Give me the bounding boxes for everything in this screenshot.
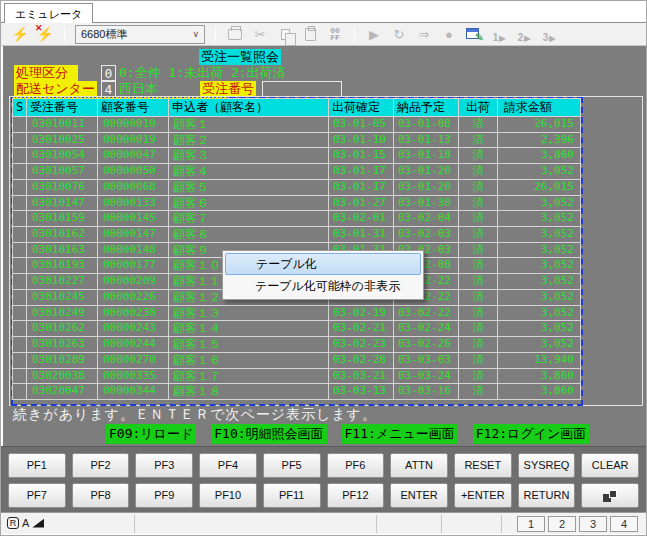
screens-icon	[603, 490, 617, 502]
key-pf4[interactable]: PF4	[199, 453, 257, 478]
screens-button[interactable]	[581, 483, 639, 508]
table-cell: 03-01-05	[328, 116, 394, 133]
table-cell: 済	[458, 226, 498, 243]
shori-kubun-input[interactable]: 0	[101, 65, 116, 81]
key-return[interactable]: RETURN	[518, 483, 576, 508]
table-row[interactable]: 0301015900000145顧客７03-02-0103-02-04済3,05…	[13, 211, 581, 227]
table-cell: 03010193	[26, 257, 98, 274]
table-cell: 03-02-24	[393, 320, 459, 337]
status-icons: R A	[7, 517, 44, 529]
table-cell: 03-02-26	[393, 336, 459, 353]
table-header-cell: 顧客番号	[97, 98, 169, 117]
session-page-3[interactable]: 3	[579, 516, 607, 532]
table-cell: 3,052	[497, 163, 581, 180]
table-header-cell: 出荷確定	[328, 98, 394, 117]
macro3-play-icon[interactable]: 3▶	[540, 25, 558, 43]
tab-emulator[interactable]: エミュレータ	[4, 3, 93, 23]
key-pf6[interactable]: PF6	[327, 453, 385, 478]
table-cell: 済	[458, 352, 498, 369]
table-cell: 00000335	[97, 368, 169, 385]
table-row[interactable]: 0301005700000050顧客４03-01-1703-01-20済3,05…	[13, 164, 581, 180]
key-pf5[interactable]: PF5	[263, 453, 321, 478]
table-cell	[12, 132, 27, 149]
table-cell: 03-03-13	[328, 383, 394, 400]
connect-icon[interactable]: ⚡	[11, 25, 29, 43]
table-cell: 03-02-19	[328, 305, 394, 322]
macro-record-icon[interactable]: ●	[440, 25, 458, 43]
profile-select[interactable]: 6680標準 ∨	[75, 25, 205, 44]
paste-icon[interactable]	[301, 25, 319, 43]
table-header-row: S受注番号顧客番号申込者（顧客名）出荷確定納品予定出荷請求金額	[13, 99, 581, 117]
table-cell: 顧客２	[168, 132, 329, 149]
macro-step-play-icon[interactable]: ⇒	[415, 25, 433, 43]
key-enter[interactable]: ENTER	[390, 483, 448, 508]
table-row[interactable]: 0301002500000019顧客２03-01-1003-01-13済2,39…	[13, 133, 581, 149]
table-row[interactable]: 0301028900000270顧客１６03-02-2803-03-03済13,…	[13, 353, 581, 369]
table-cell: 26,015	[497, 116, 581, 133]
table-row[interactable]: 0302004700000344顧客１８03-03-1303-03-16済3,8…	[13, 384, 581, 400]
table-cell: 3,052	[497, 336, 581, 353]
table-cell: 済	[458, 257, 498, 274]
table-header-cell: 納品予定	[393, 98, 459, 117]
profile-select-value: 6680標準	[81, 27, 127, 42]
table-header-cell: 申込者（顧客名）	[168, 98, 329, 117]
key-reset[interactable]: RESET	[454, 453, 512, 478]
macro2-play-icon[interactable]: 2▶	[515, 25, 533, 43]
key-pf10[interactable]: PF10	[199, 483, 257, 508]
macro1-play-icon[interactable]: 1▶	[490, 25, 508, 43]
table-row[interactable]: 0301016200000147顧客８03-01-3103-02-03済3,05…	[13, 227, 581, 243]
toolbar: ⚡ ⚡✕ 6680標準 ∨ ✂ 00FF ▶ ↻ ⇒ ● ✎ 1▶ 2▶ 3▶	[1, 23, 646, 46]
table-cell: 03-02-01	[328, 210, 394, 227]
key-pf7[interactable]: PF7	[8, 483, 66, 508]
table-cell: 顧客１４	[168, 320, 329, 337]
table-row[interactable]: 0302003800000335顧客１７03-03-2103-03-24済3,8…	[13, 369, 581, 385]
table-row[interactable]: 0301014700000133顧客６03-01-2703-01-30済3,05…	[13, 196, 581, 212]
session-page-2[interactable]: 2	[548, 516, 576, 532]
table-cell: 顧客７	[168, 210, 329, 227]
juchu-bangou-input[interactable]	[262, 81, 342, 97]
table-row[interactable]: 0301026200000243顧客１４03-02-2103-02-24済3,0…	[13, 321, 581, 337]
table-row[interactable]: 0301026300000244顧客１５03-02-2303-02-26済3,0…	[13, 337, 581, 353]
session-page-1[interactable]: 1	[517, 516, 545, 532]
key-clear[interactable]: CLEAR	[581, 453, 639, 478]
key-plus-enter[interactable]: +ENTER	[454, 483, 512, 508]
table-row[interactable]: 0301005400000047顧客３03-01-1503-01-18済3,86…	[13, 148, 581, 164]
haisou-center-input[interactable]: 4	[101, 81, 116, 97]
key-pf11[interactable]: PF11	[263, 483, 321, 508]
copy-icon[interactable]	[276, 25, 294, 43]
key-pf3[interactable]: PF3	[135, 453, 193, 478]
key-pf1[interactable]: PF1	[8, 453, 66, 478]
table-cell: 3,052	[497, 210, 581, 227]
key-pf12[interactable]: PF12	[327, 483, 385, 508]
print-icon[interactable]	[226, 25, 244, 43]
hex-00ff-icon[interactable]: 00FF	[326, 25, 344, 43]
key-sysreq[interactable]: SYSREQ	[518, 453, 576, 478]
table-cell: 03-01-20	[393, 179, 459, 196]
table-row[interactable]: 0301007600000068顧客５03-01-1703-01-20済26,0…	[13, 180, 581, 196]
context-menu-item[interactable]: テーブル化	[225, 253, 421, 275]
key-pf8[interactable]: PF8	[72, 483, 130, 508]
cut-icon[interactable]: ✂	[251, 25, 269, 43]
table-cell: 03-01-17	[328, 163, 394, 180]
context-menu: テーブル化テーブル化可能枠の非表示	[222, 250, 424, 300]
table-row[interactable]: 0301001100000010顧客１03-01-0503-01-08済26,0…	[13, 117, 581, 133]
table-cell: 00000148	[97, 242, 169, 259]
table-cell: 03-02-22	[393, 305, 459, 322]
key-pf9[interactable]: PF9	[135, 483, 193, 508]
table-cell: 00000047	[97, 147, 169, 164]
macro-play-icon[interactable]: ▶	[365, 25, 383, 43]
table-cell: 03-02-23	[328, 336, 394, 353]
disconnect-icon[interactable]: ⚡✕	[36, 25, 54, 43]
table-cell: 済	[458, 147, 498, 164]
key-attn[interactable]: ATTN	[390, 453, 448, 478]
status-bar: R A 1234	[1, 512, 646, 534]
edit-table-icon[interactable]: ✎	[465, 25, 483, 43]
table-row[interactable]: 0301024900000230顧客１３03-02-1903-02-22済3,0…	[13, 306, 581, 322]
context-menu-item[interactable]: テーブル化可能枠の非表示	[225, 275, 421, 297]
table-cell: 03010289	[26, 352, 98, 369]
macro-loop-play-icon[interactable]: ↻	[390, 25, 408, 43]
session-page-4[interactable]: 4	[610, 516, 638, 532]
key-pf2[interactable]: PF2	[72, 453, 130, 478]
table-cell	[12, 336, 27, 353]
table-cell: 00000068	[97, 179, 169, 196]
